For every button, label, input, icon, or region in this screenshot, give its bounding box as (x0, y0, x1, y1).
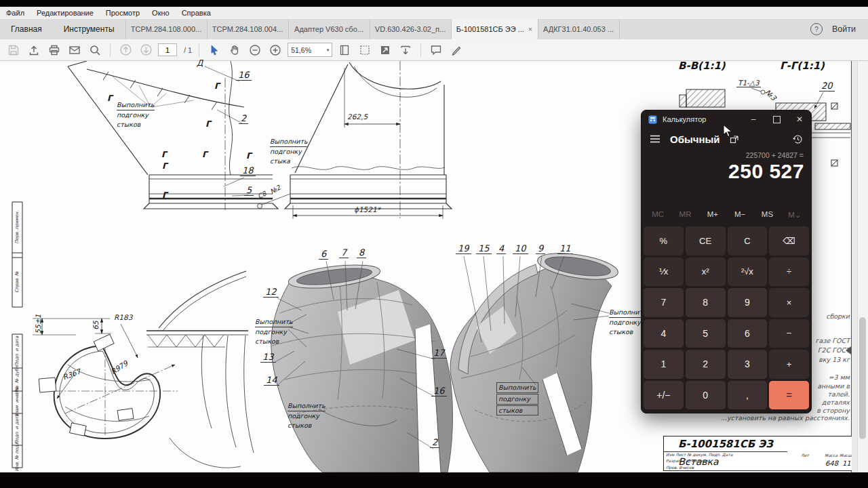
print-icon[interactable] (46, 42, 62, 58)
email-icon[interactable] (66, 42, 83, 58)
calculator-mode-label[interactable]: Обычный (670, 134, 720, 145)
maximize-icon[interactable] (765, 110, 788, 128)
elbow-3d-view-a (271, 261, 453, 472)
menu-window[interactable]: Окно (146, 9, 176, 17)
percent-key[interactable]: % (644, 226, 684, 256)
next-page-icon[interactable] (138, 42, 154, 58)
tabbar-right: ? Войти (810, 19, 868, 39)
zoom-level-dropdown[interactable]: 51,6% ▾ (288, 43, 332, 57)
equals-key[interactable]: = (769, 381, 809, 410)
memory-store-button[interactable]: MS (753, 210, 781, 220)
section-letter-g: Г (161, 150, 167, 159)
negate-key[interactable]: +/− (644, 381, 684, 410)
memory-clear-button[interactable]: MC (644, 210, 671, 220)
funnel-view (68, 61, 290, 210)
menu-edit[interactable]: Редактирование (31, 9, 100, 17)
decimal-key[interactable]: , (728, 381, 768, 410)
save-icon[interactable] (5, 42, 22, 58)
callout-20: 20 (819, 81, 835, 92)
fit-width-icon[interactable] (397, 42, 414, 58)
tab-close-icon[interactable]: × (528, 25, 532, 33)
pencil-icon[interactable] (448, 42, 465, 58)
history-icon[interactable] (793, 134, 803, 144)
doc-tab-4[interactable]: VD.630.426-3.02_п... (370, 19, 452, 39)
menu-view[interactable]: Просмотр (100, 9, 146, 17)
six-key[interactable]: 6 (728, 319, 768, 348)
doc-tab-2[interactable]: ТСРМ.284.108.004... (208, 19, 289, 39)
share-icon[interactable] (26, 42, 42, 58)
zoom-out-icon[interactable] (247, 42, 263, 58)
three-key[interactable]: 3 (728, 350, 768, 379)
mouse-cursor (722, 123, 735, 138)
tab-tools[interactable]: Инструменты (53, 19, 125, 39)
backspace-key[interactable]: ⌫ (769, 226, 809, 256)
scrollbar-thumb[interactable] (859, 317, 866, 439)
minimize-icon[interactable]: – (742, 110, 765, 128)
divide-key[interactable]: ÷ (769, 258, 809, 287)
dim-65: 65 (92, 321, 100, 329)
doc-tab-6[interactable]: АДКГ31.01.40.053 ... (538, 19, 620, 39)
note-fragment: анными в (817, 382, 850, 390)
eight-key[interactable]: 8 (686, 288, 726, 317)
one-key[interactable]: 1 (644, 350, 684, 379)
section-letter-g: Г (205, 119, 211, 129)
tab-home[interactable]: Главная (0, 19, 53, 39)
callout-6: 6 (319, 249, 328, 260)
previous-page-icon[interactable] (117, 42, 134, 58)
memory-add-button[interactable]: M+ (699, 210, 726, 220)
doc-tab-1[interactable]: ТСРМ.284.108.000... (125, 19, 208, 39)
nine-key[interactable]: 9 (728, 288, 768, 317)
doc-tab-3[interactable]: Адаптер V630 сбо... (289, 19, 370, 39)
menu-file[interactable]: Файл (0, 9, 31, 17)
clear-key[interactable]: C (728, 226, 768, 256)
profile-view (33, 271, 254, 468)
pane-splitter-arrow-icon[interactable] (845, 346, 852, 355)
frame-label: Перв. примен. (14, 203, 20, 251)
callout-13: 13 (260, 352, 276, 363)
zero-key[interactable]: 0 (686, 381, 726, 410)
add-key[interactable]: + (769, 350, 809, 379)
title-block-mass-value: 648 (825, 460, 838, 467)
sign-in-button[interactable]: Войти (832, 24, 856, 34)
window-controls: – ✕ (742, 110, 811, 128)
note-fragment: вку 13 кг (818, 356, 850, 363)
five-key[interactable]: 5 (686, 319, 726, 348)
memory-recall-button[interactable]: MR (671, 210, 698, 220)
title-block: Б-1001581СБ ЭЗ Вставка Лит Масса Масштаб… (663, 436, 853, 471)
calculator-expression: 225700 + 24827 = (746, 151, 804, 159)
reciprocal-key[interactable]: ⅟x (644, 258, 684, 287)
memory-dropdown-button[interactable]: M⌄ (781, 210, 808, 220)
document-canvas: В-В(1:1) Г-Г(1:1) Т1-△3 №3 20 Д 16 2 18 … (0, 61, 868, 472)
hamburger-menu-icon[interactable] (650, 134, 660, 144)
zoom-in-icon[interactable] (267, 42, 283, 58)
page-number-input[interactable] (158, 43, 177, 56)
doc-tab-5-active[interactable]: Б-1001581СБ ЭЭ ... × (452, 19, 538, 39)
select-tool-icon[interactable] (206, 42, 222, 58)
fit-page-icon[interactable] (357, 42, 373, 58)
comment-icon[interactable] (428, 42, 444, 58)
clear-entry-key[interactable]: CE (686, 226, 726, 256)
help-icon[interactable]: ? (810, 23, 823, 35)
callout-17: 17 (431, 348, 447, 359)
title-block-doc-number: Б-1001581СБ ЭЗ (664, 436, 787, 452)
hand-tool-icon[interactable] (226, 42, 243, 58)
four-key[interactable]: 4 (644, 319, 684, 348)
subtract-key[interactable]: − (769, 319, 809, 348)
dim-262-5: 262,5 (347, 113, 368, 121)
square-key[interactable]: x² (686, 258, 726, 287)
seven-key[interactable]: 7 (644, 288, 684, 317)
close-icon[interactable]: ✕ (788, 110, 811, 128)
two-key[interactable]: 2 (686, 350, 726, 379)
search-icon[interactable] (87, 42, 103, 58)
fit-window-icon[interactable] (377, 42, 393, 58)
menu-help[interactable]: Справка (176, 9, 217, 17)
calculator-window[interactable]: Калькулятор – ✕ Обычный 225700 + 24827 =… (641, 110, 812, 413)
tab-bar: Главная Инструменты ТСРМ.284.108.000... … (0, 19, 868, 40)
memory-subtract-button[interactable]: M− (726, 210, 753, 220)
multiply-key[interactable]: × (769, 288, 809, 317)
toolbar: / 1 51,6% ▾ (0, 39, 868, 61)
callout-4: 4 (496, 244, 506, 254)
callout-2-left: 2 (239, 114, 248, 124)
single-page-view-icon[interactable] (336, 42, 353, 58)
square-root-key[interactable]: ²√x (728, 258, 768, 287)
